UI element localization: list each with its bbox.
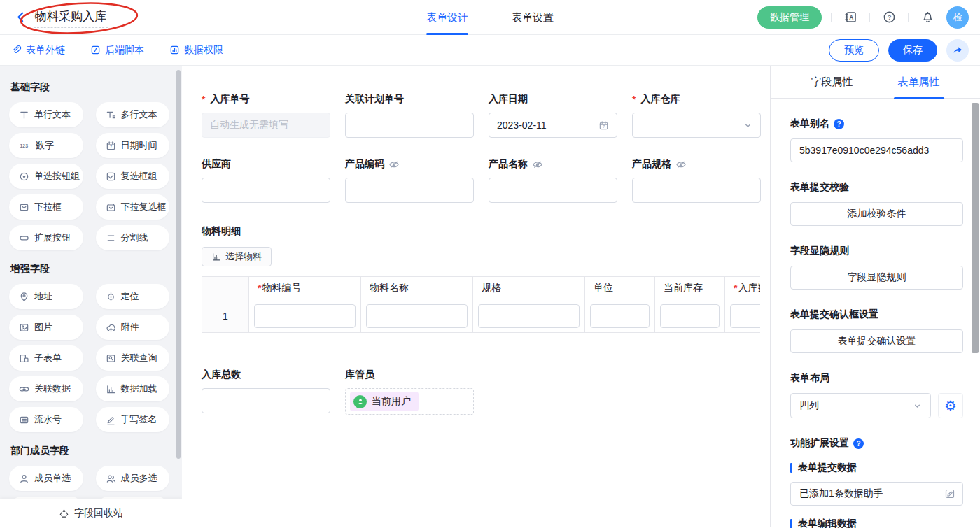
sidebar-item-address[interactable]: 地址 (9, 284, 83, 309)
field-warehouse-keeper[interactable]: 库管员 当前用户 (345, 368, 474, 415)
sidebar-item-attachment[interactable]: 附件 (96, 315, 170, 340)
item-label: 日期时间 (121, 139, 158, 152)
field-recycle-bin-button[interactable]: 字段回收站 (0, 499, 182, 527)
preview-button[interactable]: 预览 (829, 39, 879, 62)
field-library-sidebar: 基础字段 单行文本 多行文本 123 数字 7 日期时间 单选按钮组 (0, 66, 182, 527)
sidebar-item-select[interactable]: 下拉框 (9, 194, 83, 220)
chevron-left-icon (15, 11, 27, 23)
share-button[interactable] (946, 39, 969, 62)
col-header-material-name: 物料名称 (361, 277, 473, 299)
choose-material-button[interactable]: 选择物料 (202, 247, 272, 266)
form-alias-input[interactable]: 5b3917e0910c0e294c56add3 (790, 138, 963, 162)
edit-icon[interactable] (944, 488, 955, 499)
plan-no-input[interactable] (345, 113, 474, 138)
sidebar-item-data-load[interactable]: 数据加载 (96, 376, 170, 401)
back-button[interactable] (11, 8, 29, 27)
spec-input[interactable] (478, 304, 580, 328)
sidebar-item-member-multi[interactable]: 成员多选 (96, 466, 170, 491)
inbound-no-input[interactable]: 自动生成无需填写 (202, 113, 330, 138)
tab-form-settings[interactable]: 表单设置 (512, 0, 554, 35)
field-warehouse[interactable]: 入库仓库 (632, 92, 761, 138)
data-load-icon (106, 384, 116, 394)
field-label: 入库单号 (202, 92, 330, 106)
sidebar-item-signature[interactable]: 手写签名 (96, 407, 170, 432)
sidebar-item-serial-number[interactable]: 流水号 (9, 407, 83, 432)
submit-confirm-button[interactable]: 表单提交确认设置 (790, 329, 963, 353)
data-manage-button[interactable]: 数据管理 (757, 6, 822, 29)
help-icon[interactable]: ? (853, 438, 864, 449)
product-name-input[interactable] (489, 178, 617, 203)
tab-form-properties[interactable]: 表单属性 (898, 66, 940, 99)
inbound-qty-input[interactable] (730, 304, 760, 328)
layout-settings-button[interactable]: ⚙ (938, 393, 963, 418)
form-title[interactable]: 物料采购入库 (34, 7, 108, 28)
total-qty-input[interactable] (202, 388, 330, 413)
help-icon[interactable]: ? (834, 119, 844, 129)
lookup-query-icon (106, 353, 116, 364)
material-name-input[interactable] (366, 304, 468, 328)
field-product-code[interactable]: 产品编码 (345, 157, 474, 203)
warehouse-select[interactable] (632, 113, 761, 138)
save-button[interactable]: 保存 (888, 39, 937, 62)
current-user-tag[interactable]: 当前用户 (350, 392, 419, 411)
col-header-index (202, 277, 249, 299)
keeper-member-box[interactable]: 当前用户 (345, 388, 474, 415)
external-link-button[interactable]: 表单外链 (11, 44, 65, 57)
sidebar-item-extend-button[interactable]: 扩展按钮 (9, 225, 83, 250)
sidebar-item-lookup-query[interactable]: 关联查询 (96, 345, 170, 371)
field-label: 供应商 (202, 157, 330, 171)
product-code-input[interactable] (345, 178, 474, 203)
sidebar-item-datetime[interactable]: 7 日期时间 (96, 133, 170, 158)
hidden-eye-icon (676, 159, 687, 170)
external-link-label: 表单外链 (26, 44, 65, 57)
subform-data-row: 1 (202, 299, 760, 332)
panel-scrollbar[interactable] (972, 103, 979, 353)
sidebar-item-number[interactable]: 123 数字 (9, 133, 83, 158)
sidebar-item-linked-data[interactable]: 关联数据 (9, 376, 83, 401)
sidebar-item-radio-group[interactable]: 单选按钮组 (9, 164, 83, 189)
section-title-member: 部门成员字段 (10, 445, 169, 457)
unit-input[interactable] (590, 304, 650, 328)
sidebar-item-subform[interactable]: 子表单 (9, 345, 83, 371)
sidebar-item-divider[interactable]: 分割线 (96, 225, 170, 250)
svg-text:123: 123 (20, 143, 28, 148)
sidebar-scrollbar[interactable] (176, 70, 181, 459)
add-validation-button[interactable]: 添加校验条件 (790, 202, 963, 226)
layout-select[interactable]: 四列 (790, 393, 931, 418)
field-plan-no[interactable]: 关联计划单号 (345, 92, 474, 138)
help-icon[interactable]: ? (879, 8, 899, 27)
sidebar-item-location[interactable]: 定位 (96, 284, 170, 309)
field-inbound-date[interactable]: 入库日期 2023-02-11 7 (489, 92, 617, 138)
product-spec-input[interactable] (632, 178, 761, 203)
field-product-name[interactable]: 产品名称 (489, 157, 617, 203)
sidebar-item-multi-select[interactable]: 下拉复选框 (96, 194, 170, 220)
field-total-qty[interactable]: 入库总数 (202, 368, 330, 415)
sidebar-item-image[interactable]: 图片 (9, 315, 83, 340)
current-user-label: 当前用户 (372, 395, 411, 408)
item-label: 子表单 (34, 352, 62, 364)
sidebar-item-member-single[interactable]: 成员单选 (9, 466, 83, 491)
field-label: 入库日期 (489, 92, 617, 106)
divider (908, 13, 909, 22)
sidebar-item-checkbox-group[interactable]: 复选框组 (96, 164, 170, 189)
field-inbound-no[interactable]: 入库单号 自动生成无需填写 (202, 92, 330, 138)
inbound-date-input[interactable]: 2023-02-11 7 (489, 113, 617, 138)
supplier-input[interactable] (202, 178, 330, 203)
bell-icon[interactable] (918, 8, 937, 27)
sidebar-item-multi-line-text[interactable]: 多行文本 (96, 102, 170, 127)
avatar[interactable]: 检 (946, 6, 969, 29)
tab-field-properties[interactable]: 字段属性 (811, 66, 853, 99)
field-supplier[interactable]: 供应商 (202, 157, 330, 203)
svg-text:?: ? (887, 13, 890, 21)
backend-script-button[interactable]: 后端脚本 (90, 44, 144, 57)
sidebar-item-single-line-text[interactable]: 单行文本 (9, 102, 83, 127)
field-product-spec[interactable]: 产品规格 (632, 157, 761, 203)
section-title-basic: 基础字段 (10, 81, 169, 94)
material-no-input[interactable] (254, 304, 356, 328)
address-book-icon[interactable]: A (841, 8, 860, 27)
stock-input[interactable] (660, 304, 720, 328)
tab-form-design[interactable]: 表单设计 (426, 0, 468, 35)
data-permission-button[interactable]: 数据权限 (169, 44, 223, 57)
field-visibility-button[interactable]: 字段显隐规则 (790, 266, 963, 290)
data-assistant-box[interactable]: 已添加1条数据助手 (790, 482, 963, 506)
